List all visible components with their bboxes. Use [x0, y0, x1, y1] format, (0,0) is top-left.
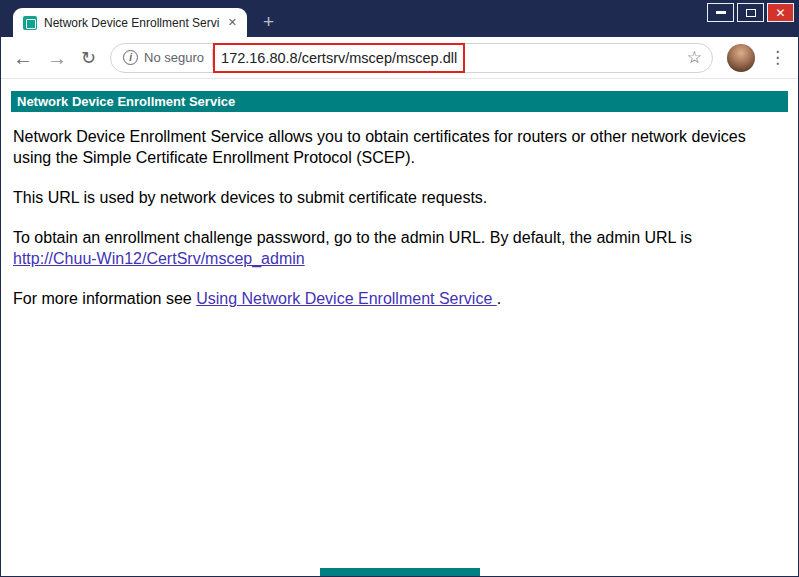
minimize-button[interactable]	[707, 3, 734, 22]
window-controls: ✕	[707, 3, 794, 22]
forward-button[interactable]: →	[47, 48, 67, 68]
address-bar[interactable]: i No seguro 172.16.80.8/certsrv/mscep/ms…	[110, 43, 713, 73]
maximize-icon	[746, 9, 756, 17]
paragraph-url-usage: This URL is used by network devices to s…	[13, 187, 786, 208]
maximize-button[interactable]	[737, 3, 764, 22]
url-text: 172.16.80.8/certsrv/mscep/mscep.dll	[221, 50, 457, 66]
refresh-button[interactable]: ↻	[81, 49, 96, 67]
more-info-prefix: For more information see	[13, 290, 196, 307]
browser-tab[interactable]: Network Device Enrollment Service ✕	[13, 8, 247, 37]
intro-line2: using the Simple Certificate Enrollment …	[13, 149, 415, 166]
security-label: No seguro	[144, 50, 204, 65]
tab-close-icon[interactable]: ✕	[226, 16, 239, 29]
browser-window: Network Device Enrollment Service ✕ + ✕ …	[0, 0, 799, 577]
paragraph-more-info: For more information see Using Network D…	[13, 288, 786, 309]
info-icon: i	[123, 50, 138, 65]
close-button[interactable]: ✕	[767, 3, 794, 22]
page-content: Network Device Enrollment Service Networ…	[1, 79, 798, 309]
more-info-suffix: .	[497, 290, 501, 307]
page-body: Network Device Enrollment Service allows…	[11, 112, 788, 309]
taskbar-fragment	[320, 568, 480, 576]
page-banner: Network Device Enrollment Service	[11, 91, 788, 112]
browser-toolbar: ← → ↻ i No seguro 172.16.80.8/certsrv/ms…	[1, 37, 798, 79]
close-icon: ✕	[775, 7, 785, 19]
profile-avatar[interactable]	[727, 44, 755, 72]
paragraph-admin: To obtain an enrollment challenge passwo…	[13, 227, 786, 269]
bookmark-star-icon[interactable]: ☆	[687, 47, 702, 68]
tab-favicon-icon	[23, 16, 37, 30]
more-info-link[interactable]: Using Network Device Enrollment Service	[196, 290, 497, 307]
back-button[interactable]: ←	[13, 48, 33, 68]
tab-title: Network Device Enrollment Service	[44, 16, 219, 30]
paragraph-intro: Network Device Enrollment Service allows…	[13, 126, 786, 168]
admin-url-link[interactable]: http://Chuu-Win12/CertSrv/mscep_admin	[13, 250, 305, 267]
titlebar: Network Device Enrollment Service ✕ + ✕	[1, 1, 798, 37]
admin-text: To obtain an enrollment challenge passwo…	[13, 229, 692, 246]
separator	[212, 49, 213, 67]
new-tab-button[interactable]: +	[263, 14, 274, 30]
minimize-icon	[716, 11, 726, 14]
intro-line1: Network Device Enrollment Service allows…	[13, 128, 746, 145]
menu-icon[interactable]: ⋮	[769, 47, 786, 68]
url-wrap: 172.16.80.8/certsrv/mscep/mscep.dll	[221, 49, 457, 67]
security-chip[interactable]: i No seguro	[123, 50, 204, 65]
